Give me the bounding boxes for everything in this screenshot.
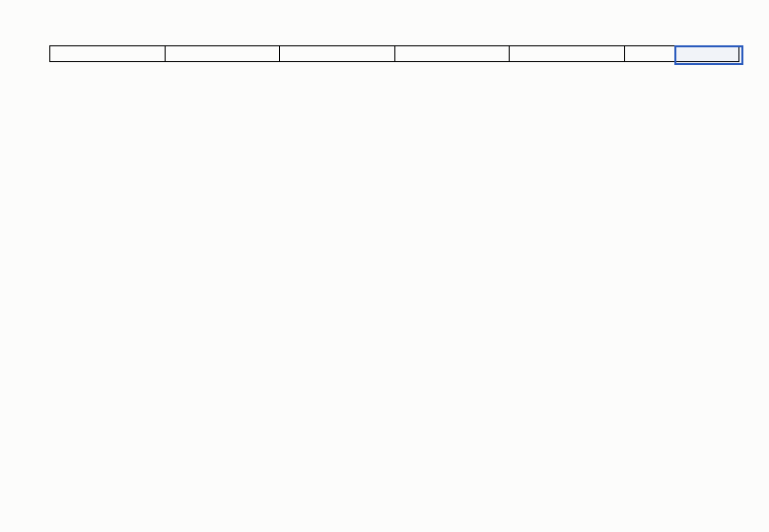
col-dates [394, 46, 510, 62]
cumeff-highlight-box [674, 45, 743, 65]
deliverables-table [49, 45, 739, 62]
col-hr [280, 46, 395, 62]
table-container [49, 45, 739, 62]
col-effort [165, 46, 280, 62]
col-deliverable [50, 46, 166, 62]
col-relations [510, 46, 625, 62]
header-row [50, 46, 739, 62]
